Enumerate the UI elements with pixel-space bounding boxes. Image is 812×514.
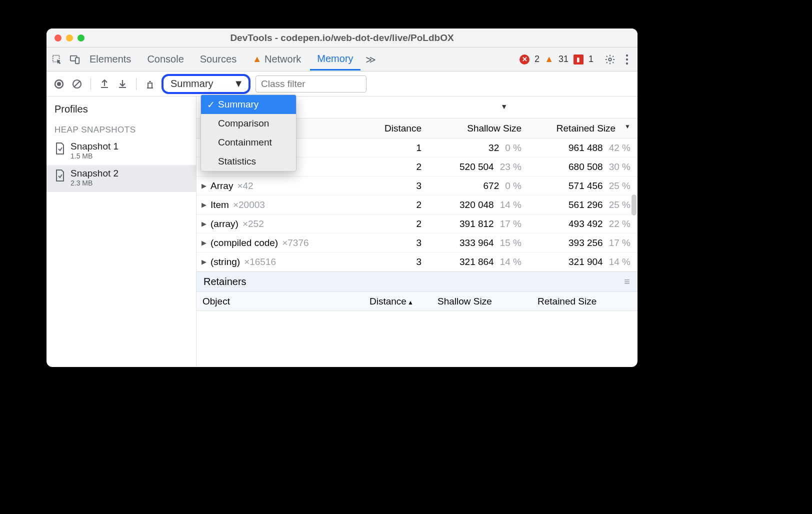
row-multiplier: ×252 bbox=[242, 218, 264, 230]
dropdown-item-comparison[interactable]: Comparison bbox=[201, 114, 296, 133]
profiles-sidebar: Profiles HEAP SNAPSHOTS Snapshot 1 1.5 M… bbox=[46, 96, 196, 367]
ret-col-distance[interactable]: Distance bbox=[368, 296, 438, 307]
row-retained-pct: 30 % bbox=[609, 162, 630, 172]
disclosure-triangle-icon[interactable]: ▶ bbox=[202, 201, 206, 208]
svg-line-10 bbox=[74, 81, 80, 87]
row-shallow-pct: 0 % bbox=[505, 142, 522, 154]
row-shallow: 32 bbox=[488, 142, 499, 154]
record-icon[interactable] bbox=[52, 78, 66, 90]
panel-tabstrip: Elements Console Sources ▲ Network Memor… bbox=[46, 48, 638, 72]
memory-toolbar: Summary ▼ Summary Comparison Containment… bbox=[46, 72, 638, 96]
table-row[interactable]: ▶(compiled code)×73763333 96415 %393 256… bbox=[196, 234, 638, 252]
row-retained: 571 456 bbox=[568, 180, 603, 192]
row-name: (compiled code) bbox=[210, 238, 278, 248]
snapshot-size: 1.5 MB bbox=[70, 152, 118, 160]
col-shallow-size[interactable]: Shallow Size bbox=[428, 123, 528, 134]
class-filter-input[interactable] bbox=[256, 76, 366, 92]
row-retained: 493 492 bbox=[568, 218, 603, 230]
row-shallow: 520 504 bbox=[460, 162, 494, 172]
tab-sources[interactable]: Sources bbox=[193, 49, 244, 70]
svg-point-8 bbox=[57, 82, 61, 86]
tab-elements[interactable]: Elements bbox=[82, 49, 138, 70]
tab-network[interactable]: ▲ Network bbox=[246, 49, 308, 70]
traffic-lights bbox=[54, 34, 84, 42]
row-name: (string) bbox=[210, 256, 240, 268]
row-shallow-pct: 17 % bbox=[500, 218, 522, 230]
row-retained-pct: 14 % bbox=[609, 256, 630, 268]
row-shallow-pct: 14 % bbox=[500, 256, 522, 268]
row-retained-pct: 25 % bbox=[609, 180, 630, 192]
disclosure-triangle-icon[interactable]: ▶ bbox=[202, 220, 206, 228]
table-row[interactable]: ▶(string)×165163321 86414 %321 90414 % bbox=[196, 252, 638, 272]
inspect-element-icon[interactable] bbox=[52, 54, 62, 65]
retainers-pane: Retainers ≡ Object Distance Shallow Size… bbox=[196, 272, 638, 352]
dropdown-item-containment[interactable]: Containment bbox=[201, 133, 296, 152]
row-retained-pct: 22 % bbox=[609, 218, 630, 230]
toolbar-separator bbox=[90, 78, 91, 90]
row-multiplier: ×16516 bbox=[244, 256, 276, 268]
row-shallow-pct: 0 % bbox=[505, 180, 522, 192]
collect-garbage-icon[interactable] bbox=[144, 78, 156, 90]
table-row[interactable]: ▶Array×4236720 %571 45625 % bbox=[196, 176, 638, 196]
row-shallow: 672 bbox=[484, 180, 500, 192]
row-retained-pct: 25 % bbox=[609, 200, 630, 210]
ret-col-object[interactable]: Object bbox=[196, 296, 368, 307]
close-window-button[interactable] bbox=[54, 34, 62, 42]
row-shallow: 321 864 bbox=[460, 256, 494, 268]
clear-icon[interactable] bbox=[70, 78, 84, 90]
settings-gear-icon[interactable] bbox=[604, 54, 616, 65]
disclosure-triangle-icon[interactable]: ▶ bbox=[202, 239, 206, 246]
tab-console[interactable]: Console bbox=[140, 49, 190, 70]
snapshot-2[interactable]: Snapshot 2 2.3 MB bbox=[46, 165, 196, 192]
zoom-window-button[interactable] bbox=[78, 34, 84, 42]
snapshot-1[interactable]: Snapshot 1 1.5 MB bbox=[46, 138, 196, 165]
kebab-menu-icon[interactable] bbox=[622, 54, 632, 65]
col-distance[interactable]: Distance bbox=[368, 123, 428, 134]
minimize-window-button[interactable] bbox=[66, 34, 73, 42]
view-mode-label: Summary bbox=[170, 78, 214, 90]
table-row[interactable]: ▶(array)×2522391 81217 %493 49222 % bbox=[196, 214, 638, 234]
error-icon: ✕ bbox=[520, 54, 530, 64]
table-row[interactable]: ▶Item×200032320 04814 %561 29625 % bbox=[196, 196, 638, 214]
row-retained-pct: 17 % bbox=[609, 238, 630, 248]
snapshot-file-icon bbox=[54, 169, 66, 182]
row-distance: 2 bbox=[368, 200, 428, 210]
retainers-menu-icon[interactable]: ≡ bbox=[624, 276, 630, 288]
breakpoint-icon: ▮ bbox=[574, 54, 584, 64]
disclosure-triangle-icon[interactable]: ▶ bbox=[202, 258, 206, 266]
retainers-title: Retainers bbox=[204, 276, 246, 288]
view-mode-select[interactable]: Summary ▼ bbox=[162, 74, 250, 94]
profiles-title: Profiles bbox=[46, 96, 196, 120]
retainers-empty bbox=[196, 311, 638, 352]
chevron-down-icon: ▼ bbox=[234, 78, 244, 90]
titlebar: DevTools - codepen.io/web-dot-dev/live/P… bbox=[46, 28, 638, 48]
import-icon[interactable] bbox=[116, 78, 129, 90]
status-badges[interactable]: ✕2 ▲31 ▮1 bbox=[520, 54, 594, 64]
breakpoint-count: 1 bbox=[588, 54, 594, 64]
device-toolbar-icon[interactable] bbox=[70, 54, 80, 65]
disclosure-triangle-icon[interactable]: ▶ bbox=[202, 182, 206, 190]
svg-point-5 bbox=[626, 58, 628, 60]
row-multiplier: ×20003 bbox=[233, 200, 265, 210]
row-distance: 1 bbox=[368, 142, 428, 154]
row-distance: 3 bbox=[368, 180, 428, 192]
error-count: 2 bbox=[534, 54, 540, 64]
toolbar-separator bbox=[136, 78, 136, 90]
dropdown-item-statistics[interactable]: Statistics bbox=[201, 152, 296, 171]
ret-col-shallow[interactable]: Shallow Size bbox=[438, 296, 538, 307]
svg-point-4 bbox=[626, 54, 628, 56]
row-retained: 393 256 bbox=[568, 238, 603, 248]
ret-col-retained[interactable]: Retained Size bbox=[538, 296, 638, 307]
context-caret-icon[interactable]: ▼ bbox=[500, 102, 508, 110]
export-icon[interactable] bbox=[98, 78, 111, 90]
col-retained-size[interactable]: Retained Size bbox=[528, 123, 638, 134]
row-distance: 3 bbox=[368, 256, 428, 268]
tab-memory[interactable]: Memory bbox=[310, 48, 360, 70]
scrollbar-thumb[interactable] bbox=[632, 194, 636, 216]
dropdown-item-summary[interactable]: Summary bbox=[201, 95, 296, 114]
row-retained: 561 296 bbox=[568, 200, 603, 210]
tabs-overflow[interactable]: ≫ bbox=[362, 49, 379, 70]
warning-icon: ▲ bbox=[252, 54, 262, 64]
row-shallow: 391 812 bbox=[460, 218, 494, 230]
row-name: Item bbox=[210, 200, 229, 210]
